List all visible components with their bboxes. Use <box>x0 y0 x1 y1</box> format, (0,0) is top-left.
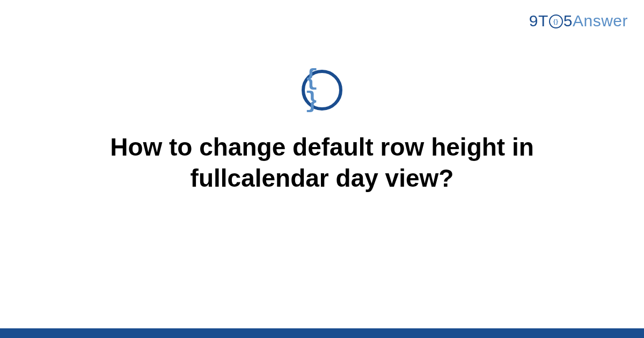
question-title: How to change default row height in full… <box>64 132 580 194</box>
logo-text-5: 5 <box>564 12 573 30</box>
logo-circle-icon: {} <box>549 14 563 28</box>
logo-text-9t: 9T <box>529 12 548 30</box>
logo-text-answer: Answer <box>573 12 628 30</box>
logo-circle-inner: {} <box>553 19 559 25</box>
category-code-icon: { } <box>302 70 342 111</box>
main-content: { } How to change default row height in … <box>0 70 644 194</box>
site-logo: 9T {} 5 Answer <box>529 12 628 30</box>
braces-icon: { } <box>305 68 339 113</box>
footer-accent-bar <box>0 328 644 338</box>
